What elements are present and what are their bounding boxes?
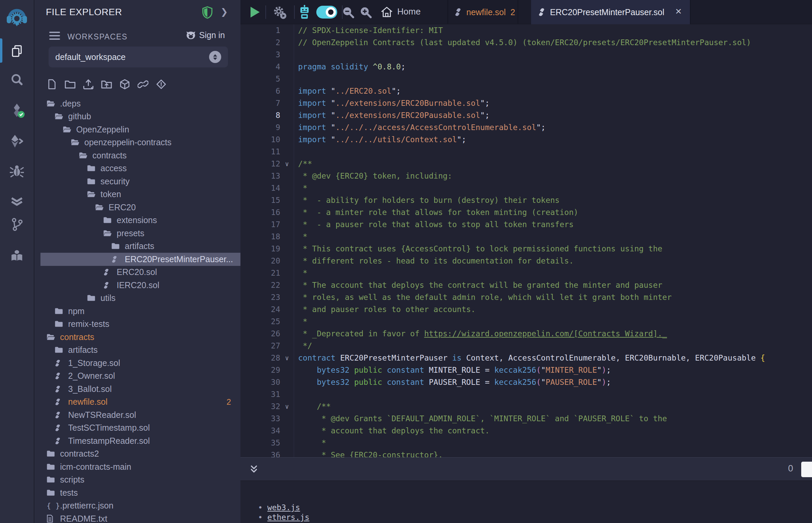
tree-item--prettierrc-json[interactable]: { }.prettierrc.json [34, 500, 241, 512]
tree-item--deps[interactable]: .deps [34, 97, 241, 110]
code-text[interactable]: * See {ERC20-constructor}. [294, 449, 812, 457]
code-editor[interactable]: 1// SPDX-License-Identifier: MIT2// Open… [241, 24, 812, 457]
code-text[interactable]: // SPDX-License-Identifier: MIT [294, 24, 812, 36]
code-line-18[interactable]: 18 * [241, 231, 812, 242]
code-text[interactable]: import "../ERC20.sol"; [294, 85, 812, 97]
ai-toggle[interactable] [316, 6, 337, 19]
fold-chevron-icon[interactable]: ∨ [280, 400, 294, 413]
ai-assistant-robot-icon[interactable] [297, 5, 312, 20]
code-line-29[interactable]: 29 bytes32 public constant MINTER_ROLE =… [241, 364, 812, 376]
terminal-output[interactable]: •web3.js •ethers.js •sol-gpt <your Solid… [258, 481, 812, 523]
tree-item-3-ballot-sol[interactable]: 3_Ballot.sol [34, 382, 241, 396]
close-tab-icon[interactable]: × [672, 5, 685, 18]
code-line-9[interactable]: 9import "../../../access/AccessControlEn… [241, 121, 812, 133]
search-icon[interactable] [6, 69, 28, 91]
tab-newfile[interactable]: newfile.sol 2 [447, 0, 518, 24]
code-text[interactable]: import "../../../utils/Context.sol"; [294, 133, 812, 146]
unit-testing-icon[interactable] [6, 190, 28, 211]
code-text[interactable]: * [294, 437, 812, 449]
code-text[interactable]: * - ability for holders to burn (destroy… [294, 194, 812, 206]
fold-chevron-icon[interactable]: ∨ [280, 352, 294, 364]
zoom-out-icon[interactable] [340, 5, 355, 20]
code-line-7[interactable]: 7import "../extensions/ERC20Burnable.sol… [241, 97, 812, 109]
code-line-4[interactable]: 4pragma solidity ^0.8.0; [241, 61, 812, 73]
tree-item-remix-tests[interactable]: remix-tests [34, 318, 241, 331]
code-line-31[interactable]: 31 [241, 388, 812, 400]
run-script-icon[interactable] [248, 5, 262, 20]
code-text[interactable]: * account that deploys the contract. [294, 425, 812, 437]
code-text[interactable]: * [294, 315, 812, 327]
tree-item-erc20presetminterpauser-[interactable]: ERC20PresetMinterPauser... [34, 253, 241, 266]
code-text[interactable]: // OpenZeppelin Contracts (last updated … [294, 36, 812, 49]
tree-item-tests[interactable]: tests [34, 486, 241, 500]
code-text[interactable]: /** [294, 400, 812, 413]
tree-item-scripts[interactable]: scripts [34, 473, 241, 487]
code-text[interactable]: import "../../../access/AccessControlEnu… [294, 121, 812, 133]
code-text[interactable]: * @dev {ERC20} token, including: [294, 170, 812, 182]
code-line-26[interactable]: 26 * _Deprecated in favor of https://wiz… [241, 327, 812, 340]
code-line-24[interactable]: 24 * and pauser roles to other accounts. [241, 303, 812, 315]
zoom-in-icon[interactable] [358, 5, 373, 20]
code-text[interactable]: * The account that deploys the contract … [294, 279, 812, 291]
tree-item-access[interactable]: access [34, 162, 241, 175]
code-text[interactable]: import "../extensions/ERC20Burnable.sol"… [294, 97, 812, 109]
code-line-33[interactable]: 33 * @dev Grants `DEFAULT_ADMIN_ROLE`, `… [241, 413, 812, 425]
tree-item-readme-txt[interactable]: README.txt [34, 512, 241, 523]
tree-item-erc20-sol[interactable]: ERC20.sol [34, 266, 241, 279]
code-line-3[interactable]: 3 [241, 49, 812, 61]
home-icon[interactable] [379, 5, 394, 20]
code-text[interactable]: * - a minter role that allows for token … [294, 206, 812, 218]
terminal-search-box[interactable] [801, 462, 812, 477]
tree-item-github[interactable]: github [34, 110, 241, 123]
code-text[interactable] [294, 388, 812, 400]
code-line-35[interactable]: 35 * [241, 437, 812, 449]
new-folder-icon[interactable] [65, 79, 75, 90]
deploy-run-icon[interactable] [6, 130, 28, 152]
tree-item-contracts2[interactable]: contracts2 [34, 448, 241, 461]
upload-file-icon[interactable] [83, 79, 94, 90]
tree-item-newfile-sol[interactable]: newfile.sol2 [34, 396, 241, 409]
code-line-32[interactable]: 32∨ /** [241, 400, 812, 413]
code-line-30[interactable]: 30 bytes32 public constant PAUSER_ROLE =… [241, 376, 812, 388]
code-text[interactable] [294, 49, 812, 61]
tree-item-openzeppelin[interactable]: OpenZeppelin [34, 123, 241, 136]
fold-chevron-icon[interactable]: ∨ [280, 158, 294, 170]
code-text[interactable]: * This contract uses {AccessControl} to … [294, 242, 812, 255]
code-text[interactable]: import "../extensions/ERC20Pausable.sol"… [294, 109, 812, 121]
compile-and-run-icon[interactable] [272, 5, 287, 20]
code-line-25[interactable]: 25 * [241, 315, 812, 327]
code-text[interactable]: /** [294, 158, 812, 170]
code-line-12[interactable]: 12∨/** [241, 158, 812, 170]
code-text[interactable]: * - a pauser role that allows to stop al… [294, 218, 812, 231]
tree-item-openzeppelin-contracts[interactable]: openzeppelin-contracts [34, 136, 241, 149]
home-tab[interactable]: Home [397, 6, 421, 17]
code-line-2[interactable]: 2// OpenZeppelin Contracts (last updated… [241, 36, 812, 49]
code-text[interactable]: * [294, 182, 812, 194]
tree-item-2-owner-sol[interactable]: 2_Owner.sol [34, 370, 241, 383]
tree-item-1-storage-sol[interactable]: 1_Storage.sol [34, 357, 241, 370]
code-text[interactable] [294, 146, 812, 158]
tree-item-timestampreader-sol[interactable]: TimestampReader.sol [34, 434, 241, 448]
tree-item-presets[interactable]: presets [34, 227, 241, 240]
git-icon[interactable] [6, 214, 28, 235]
tree-item-ierc20-sol[interactable]: IERC20.sol [34, 279, 241, 292]
code-text[interactable]: * different roles - head to its document… [294, 255, 812, 267]
tree-item-token[interactable]: token [34, 188, 241, 201]
ipfs-box-icon[interactable] [119, 79, 130, 90]
tree-item-extensions[interactable]: extensions [34, 214, 241, 227]
gist-icon[interactable] [156, 79, 166, 90]
code-line-22[interactable]: 22 * The account that deploys the contra… [241, 279, 812, 291]
debugger-icon[interactable] [6, 160, 28, 182]
code-text[interactable]: * [294, 231, 812, 242]
upload-folder-icon[interactable] [101, 79, 112, 90]
tree-item-icm-contracts-main[interactable]: icm-contracts-main [34, 460, 241, 473]
code-text[interactable]: * and pauser roles to other accounts. [294, 303, 812, 315]
tree-item-utils[interactable]: utils [34, 292, 241, 305]
code-text[interactable]: contract ERC20PresetMinterPauser is Cont… [294, 352, 812, 364]
code-line-15[interactable]: 15 * - ability for holders to burn (dest… [241, 194, 812, 206]
solidity-compiler-icon[interactable] [6, 100, 28, 121]
code-line-5[interactable]: 5 [241, 73, 812, 85]
code-text[interactable]: * [294, 267, 812, 279]
code-text[interactable]: * _Deprecated in favor of https://wizard… [294, 327, 812, 340]
code-line-17[interactable]: 17 * - a pauser role that allows to stop… [241, 218, 812, 231]
